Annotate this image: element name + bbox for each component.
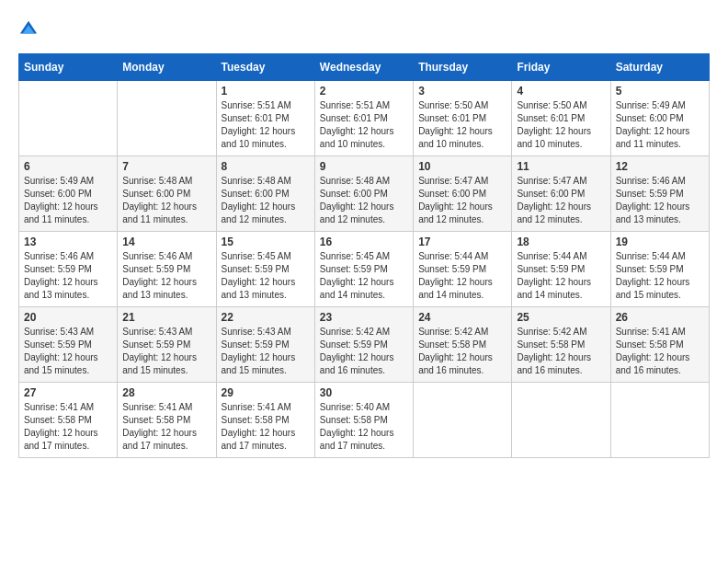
calendar-cell: 11Sunrise: 5:47 AMSunset: 6:00 PMDayligh… — [512, 156, 610, 232]
calendar-cell: 25Sunrise: 5:42 AMSunset: 5:58 PMDayligh… — [512, 307, 610, 383]
calendar-cell: 4Sunrise: 5:50 AMSunset: 6:01 PMDaylight… — [512, 81, 610, 156]
day-number: 13 — [24, 236, 112, 248]
day-number: 5 — [616, 85, 704, 98]
day-info: Sunrise: 5:41 AMSunset: 5:58 PMDaylight:… — [222, 401, 310, 453]
calendar-cell: 10Sunrise: 5:47 AMSunset: 6:00 PMDayligh… — [414, 156, 512, 232]
calendar-cell — [19, 81, 118, 156]
week-row-4: 27Sunrise: 5:41 AMSunset: 5:58 PMDayligh… — [19, 383, 710, 458]
day-info: Sunrise: 5:44 AMSunset: 5:59 PMDaylight:… — [517, 250, 605, 302]
day-number: 18 — [517, 236, 605, 248]
calendar-cell: 13Sunrise: 5:46 AMSunset: 5:59 PMDayligh… — [19, 232, 118, 307]
calendar-cell: 18Sunrise: 5:44 AMSunset: 5:59 PMDayligh… — [512, 232, 610, 307]
day-info: Sunrise: 5:50 AMSunset: 6:01 PMDaylight:… — [418, 99, 506, 151]
calendar-cell — [118, 81, 216, 156]
calendar-cell: 6Sunrise: 5:49 AMSunset: 6:00 PMDaylight… — [19, 156, 118, 232]
day-number: 26 — [616, 311, 704, 324]
calendar-cell: 12Sunrise: 5:46 AMSunset: 5:59 PMDayligh… — [610, 156, 709, 232]
day-info: Sunrise: 5:41 AMSunset: 5:58 PMDaylight:… — [24, 401, 112, 453]
day-number: 4 — [517, 85, 605, 98]
calendar-cell — [512, 383, 610, 458]
day-info: Sunrise: 5:44 AMSunset: 5:59 PMDaylight:… — [616, 250, 704, 302]
calendar-cell: 14Sunrise: 5:46 AMSunset: 5:59 PMDayligh… — [118, 232, 216, 307]
day-number: 23 — [320, 311, 408, 324]
header-thursday: Thursday — [414, 54, 512, 81]
calendar-cell: 27Sunrise: 5:41 AMSunset: 5:58 PMDayligh… — [19, 383, 118, 458]
day-number: 24 — [418, 311, 506, 324]
calendar-cell: 21Sunrise: 5:43 AMSunset: 5:59 PMDayligh… — [118, 307, 216, 383]
week-row-3: 20Sunrise: 5:43 AMSunset: 5:59 PMDayligh… — [19, 307, 710, 383]
day-number: 9 — [320, 160, 408, 173]
calendar-cell: 17Sunrise: 5:44 AMSunset: 5:59 PMDayligh… — [414, 232, 512, 307]
calendar-cell: 29Sunrise: 5:41 AMSunset: 5:58 PMDayligh… — [216, 383, 314, 458]
day-info: Sunrise: 5:49 AMSunset: 6:00 PMDaylight:… — [616, 99, 704, 151]
header-sunday: Sunday — [19, 54, 118, 81]
day-info: Sunrise: 5:42 AMSunset: 5:58 PMDaylight:… — [418, 326, 506, 377]
calendar-header-row: SundayMondayTuesdayWednesdayThursdayFrid… — [19, 54, 710, 81]
day-info: Sunrise: 5:43 AMSunset: 5:59 PMDaylight:… — [222, 326, 310, 377]
day-number: 7 — [122, 160, 210, 173]
header-friday: Friday — [512, 54, 610, 81]
header-saturday: Saturday — [610, 54, 709, 81]
day-number: 11 — [517, 160, 605, 173]
header-tuesday: Tuesday — [216, 54, 314, 81]
calendar-cell: 19Sunrise: 5:44 AMSunset: 5:59 PMDayligh… — [610, 232, 709, 307]
day-number: 19 — [616, 236, 704, 248]
calendar-cell: 30Sunrise: 5:40 AMSunset: 5:58 PMDayligh… — [314, 383, 413, 458]
day-info: Sunrise: 5:48 AMSunset: 6:00 PMDaylight:… — [122, 175, 210, 226]
day-number: 28 — [122, 386, 210, 399]
day-number: 30 — [320, 386, 408, 399]
day-info: Sunrise: 5:50 AMSunset: 6:01 PMDaylight:… — [517, 99, 605, 151]
calendar-cell: 23Sunrise: 5:42 AMSunset: 5:59 PMDayligh… — [314, 307, 413, 383]
calendar-cell: 22Sunrise: 5:43 AMSunset: 5:59 PMDayligh… — [216, 307, 314, 383]
calendar-cell: 7Sunrise: 5:48 AMSunset: 6:00 PMDaylight… — [118, 156, 216, 232]
day-info: Sunrise: 5:48 AMSunset: 6:00 PMDaylight:… — [320, 175, 408, 226]
day-info: Sunrise: 5:51 AMSunset: 6:01 PMDaylight:… — [320, 99, 408, 151]
calendar-cell: 15Sunrise: 5:45 AMSunset: 5:59 PMDayligh… — [216, 232, 314, 307]
day-number: 6 — [24, 160, 112, 173]
calendar-cell — [414, 383, 512, 458]
day-info: Sunrise: 5:43 AMSunset: 5:59 PMDaylight:… — [122, 326, 210, 377]
week-row-0: 1Sunrise: 5:51 AMSunset: 6:01 PMDaylight… — [19, 81, 710, 156]
week-row-1: 6Sunrise: 5:49 AMSunset: 6:00 PMDaylight… — [19, 156, 710, 232]
day-info: Sunrise: 5:45 AMSunset: 5:59 PMDaylight:… — [320, 250, 408, 302]
day-number: 21 — [122, 311, 210, 324]
calendar-cell: 28Sunrise: 5:41 AMSunset: 5:58 PMDayligh… — [118, 383, 216, 458]
logo — [18, 18, 42, 39]
week-row-2: 13Sunrise: 5:46 AMSunset: 5:59 PMDayligh… — [19, 232, 710, 307]
day-info: Sunrise: 5:40 AMSunset: 5:58 PMDaylight:… — [320, 401, 408, 453]
day-number: 8 — [222, 160, 310, 173]
day-info: Sunrise: 5:48 AMSunset: 6:00 PMDaylight:… — [222, 175, 310, 226]
day-number: 3 — [418, 85, 506, 98]
day-info: Sunrise: 5:41 AMSunset: 5:58 PMDaylight:… — [616, 326, 704, 377]
calendar-cell: 26Sunrise: 5:41 AMSunset: 5:58 PMDayligh… — [610, 307, 709, 383]
day-number: 12 — [616, 160, 704, 173]
day-number: 29 — [222, 386, 310, 399]
day-info: Sunrise: 5:47 AMSunset: 6:00 PMDaylight:… — [418, 175, 506, 226]
day-number: 16 — [320, 236, 408, 248]
day-number: 25 — [517, 311, 605, 324]
day-info: Sunrise: 5:41 AMSunset: 5:58 PMDaylight:… — [122, 401, 210, 453]
day-info: Sunrise: 5:49 AMSunset: 6:00 PMDaylight:… — [24, 175, 112, 226]
day-number: 27 — [24, 386, 112, 399]
calendar-cell: 24Sunrise: 5:42 AMSunset: 5:58 PMDayligh… — [414, 307, 512, 383]
header — [18, 18, 710, 39]
calendar-cell: 3Sunrise: 5:50 AMSunset: 6:01 PMDaylight… — [414, 81, 512, 156]
day-number: 2 — [320, 85, 408, 98]
day-info: Sunrise: 5:42 AMSunset: 5:58 PMDaylight:… — [517, 326, 605, 377]
day-number: 20 — [24, 311, 112, 324]
day-info: Sunrise: 5:42 AMSunset: 5:59 PMDaylight:… — [320, 326, 408, 377]
day-number: 10 — [418, 160, 506, 173]
calendar-cell — [610, 383, 709, 458]
header-wednesday: Wednesday — [314, 54, 413, 81]
day-number: 1 — [222, 85, 310, 98]
day-info: Sunrise: 5:44 AMSunset: 5:59 PMDaylight:… — [418, 250, 506, 302]
calendar-cell: 16Sunrise: 5:45 AMSunset: 5:59 PMDayligh… — [314, 232, 413, 307]
calendar-cell: 8Sunrise: 5:48 AMSunset: 6:00 PMDaylight… — [216, 156, 314, 232]
day-info: Sunrise: 5:45 AMSunset: 5:59 PMDaylight:… — [222, 250, 310, 302]
day-info: Sunrise: 5:43 AMSunset: 5:59 PMDaylight:… — [24, 326, 112, 377]
calendar-cell: 2Sunrise: 5:51 AMSunset: 6:01 PMDaylight… — [314, 81, 413, 156]
calendar-cell: 9Sunrise: 5:48 AMSunset: 6:00 PMDaylight… — [314, 156, 413, 232]
day-number: 14 — [122, 236, 210, 248]
calendar-cell: 5Sunrise: 5:49 AMSunset: 6:00 PMDaylight… — [610, 81, 709, 156]
day-info: Sunrise: 5:46 AMSunset: 5:59 PMDaylight:… — [24, 250, 112, 302]
